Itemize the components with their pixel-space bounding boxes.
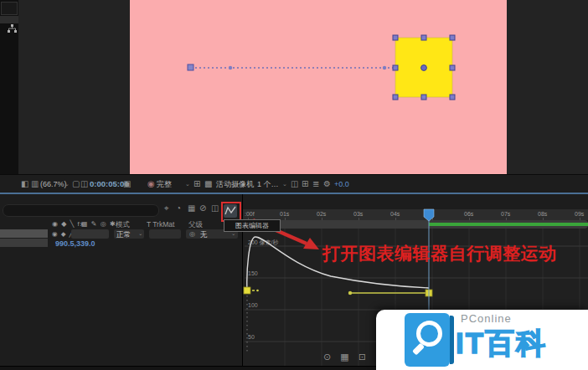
graph-keyframe-start[interactable] <box>244 287 250 294</box>
trkmat-field[interactable] <box>149 229 181 239</box>
pixel-aspect-icon[interactable]: ◫ <box>291 175 298 193</box>
mask-visibility-icon[interactable]: ◫ <box>80 175 88 193</box>
layer-bar[interactable] <box>0 229 48 238</box>
parent-pickwhip-icon[interactable]: ◎ <box>189 230 195 238</box>
composition-canvas[interactable] <box>130 0 507 174</box>
flowchart-icon[interactable] <box>8 24 17 33</box>
switches-header: ▦ ✎ ◎ ✱ <box>81 220 116 228</box>
safe-margins-icon[interactable]: ▢ <box>72 175 80 193</box>
watermark-page-curl <box>450 316 454 364</box>
keyframe-handle-dot[interactable] <box>256 290 259 292</box>
motion-path-overlay <box>130 0 507 174</box>
layer-switches-block[interactable] <box>71 229 109 239</box>
viewer-toolbar: ◧ ▥ (66.7%) ⌄ ▢ ◫ 0:00:05:00 ▣ ◉ 完整 ⌄ ⊞ … <box>0 174 588 193</box>
rendered-frames-bar <box>429 223 588 226</box>
playhead-head[interactable] <box>424 209 434 221</box>
motion-path-start-keyframe[interactable] <box>188 64 193 70</box>
chevron-down-icon[interactable]: ⌄ <box>138 230 142 237</box>
watermark-brand: PConline <box>461 312 512 325</box>
watermark-logo-tile <box>405 313 450 367</box>
watermark-card: PConline IT百科 <box>376 310 588 370</box>
graph-editor-icon <box>224 204 237 218</box>
motion-path-dot[interactable] <box>229 66 232 69</box>
fast-previews-icon[interactable]: ⊞ <box>302 175 308 193</box>
timeline-search-input[interactable] <box>3 204 159 217</box>
show-channels-icon[interactable]: ◉ <box>147 175 155 193</box>
project-thumbnail[interactable] <box>1 2 18 15</box>
graph-editor-tooltip: 图表编辑器 <box>224 219 281 232</box>
position-value[interactable]: 990.5,339.0 <box>55 239 95 248</box>
zoom-level-dropdown[interactable]: (66.7%) <box>40 175 67 193</box>
exposure-value[interactable]: +0.0 <box>334 175 349 193</box>
panel-tab-strip <box>0 16 18 23</box>
preview-quality-icon[interactable]: ◧ <box>21 175 28 193</box>
anchor-point[interactable] <box>421 65 427 71</box>
influence-handle-dot[interactable] <box>348 291 352 295</box>
chevron-down-icon[interactable]: ⌄ <box>64 175 70 193</box>
chevron-down-icon[interactable]: ⌄ <box>249 175 254 193</box>
blend-mode-value[interactable]: 正常 <box>116 230 131 240</box>
chevron-down-icon[interactable]: ⌄ <box>185 175 190 193</box>
timeline-view-icon[interactable]: ≣ <box>312 175 319 193</box>
region-of-interest-icon[interactable]: ⊞ <box>193 175 200 193</box>
motion-blur-icon[interactable]: ◫ <box>211 203 219 213</box>
after-effects-window: ◧ ▥ (66.7%) ⌄ ▢ ◫ 0:00:05:00 ▣ ◉ 完整 ⌄ ⊞ … <box>0 0 588 370</box>
magnifier-handle <box>412 343 425 356</box>
draft-3d-icon[interactable]: ◔ <box>176 203 181 213</box>
annotation-text: 打开图表编辑器自行调整运动 <box>322 242 557 265</box>
av-features-header: ◉ ◆ ╲ fx <box>52 220 85 228</box>
watermark-title: IT百科 <box>456 324 547 363</box>
resolution-dropdown[interactable]: 完整 <box>157 175 172 193</box>
parent-value[interactable]: 无 <box>200 230 208 240</box>
composition-viewer <box>18 0 588 174</box>
motion-path-dot[interactable] <box>383 66 386 69</box>
composition-mini-flowchart-icon[interactable]: ⌖ <box>164 203 169 213</box>
trkmat-column-header[interactable]: T TrkMat <box>147 220 174 229</box>
view-layout-dropdown[interactable]: 1 个… <box>257 175 279 193</box>
grid-guides-icon[interactable]: ▥ <box>31 175 39 193</box>
property-bar[interactable] <box>0 239 48 247</box>
graph-editor-button[interactable] <box>224 204 237 218</box>
hide-shy-layers-icon[interactable]: ▦ <box>188 203 195 213</box>
frame-blending-icon[interactable]: ⊘ <box>199 203 206 213</box>
chevron-down-icon[interactable]: ⌄ <box>282 175 287 193</box>
settings-gear-icon[interactable]: ⚙ <box>323 175 331 193</box>
snapshot-icon[interactable]: ▣ <box>123 175 131 193</box>
project-panel-strip <box>0 0 19 194</box>
transparency-grid-icon[interactable]: ▩ <box>204 175 212 193</box>
